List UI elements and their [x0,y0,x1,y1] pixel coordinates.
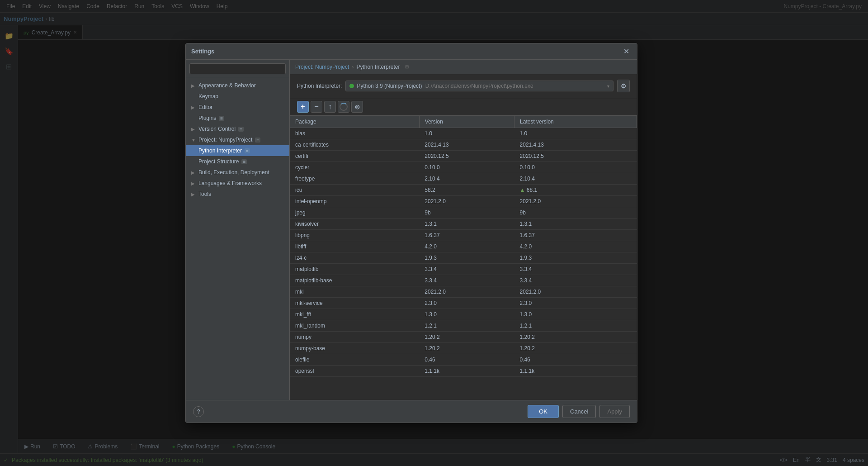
table-row[interactable]: kiwisolver1.3.11.3.1 [290,219,637,230]
help-button[interactable]: ? [193,406,204,417]
package-name-cell: matplotlib [290,264,419,275]
package-latest-cell: 1.3.1 [514,219,637,230]
tree-item-project-structure[interactable]: Project Structure ≡ [186,156,289,167]
ok-button[interactable]: OK [528,405,559,418]
package-version-cell: 1.0 [419,128,514,139]
package-version-cell: 1.6.37 [419,230,514,241]
tree-item-project[interactable]: ▼ Project: NumpyProject ≡ [186,134,289,145]
package-version-cell: 0.10.0 [419,162,514,173]
tree-item-languages[interactable]: ▶ Languages & Frameworks [186,178,289,189]
table-row[interactable]: mkl2021.2.02021.2.0 [290,286,637,298]
tree-label-tools: Tools [198,191,211,197]
package-name-cell: mkl-service [290,298,419,309]
cancel-button[interactable]: Cancel [562,405,596,418]
table-row[interactable]: numpy1.20.21.20.2 [290,332,637,343]
show-paths-button[interactable]: ◎ [351,101,363,113]
col-header-version[interactable]: Version [419,116,514,128]
package-table: Package Version Latest version blas1.01.… [290,116,637,377]
package-latest-cell: 1.6.37 [514,230,637,241]
tree-label-appearance: Appearance & Behavior [198,82,256,89]
loading-spinner [340,103,348,111]
package-version-cell: 4.2.0 [419,241,514,252]
table-row[interactable]: mkl_random1.2.11.2.1 [290,320,637,332]
table-row[interactable]: intel-openmp2021.2.02021.2.0 [290,196,637,207]
package-name-cell: libtiff [290,241,419,252]
col-header-latest[interactable]: Latest version [514,116,637,128]
package-name-cell: jpeg [290,207,419,219]
table-row[interactable]: mkl-service2.3.02.3.0 [290,298,637,309]
table-row[interactable]: openssl1.1.1k1.1.1k [290,366,637,377]
package-name-cell: intel-openmp [290,196,419,207]
package-name-cell: lz4-c [290,252,419,264]
gear-icon: ⚙ [621,82,627,90]
package-table-container: Package Version Latest version blas1.01.… [290,116,637,400]
package-latest-cell: 2021.2.0 [514,286,637,298]
dialog-title-bar: Settings ✕ [186,43,637,60]
interpreter-select[interactable]: Python 3.9 (NumpyProject) D:\Anaconda\en… [345,81,613,91]
tree-item-python-interpreter[interactable]: Python Interpreter ≡ [186,145,289,156]
table-row[interactable]: mkl_fft1.3.01.3.0 [290,309,637,320]
dialog-body: ▶ Appearance & Behavior Keymap ▶ Editor [186,60,637,400]
interpreter-settings-button[interactable]: ⚙ [617,80,630,92]
package-latest-cell: 1.9.3 [514,252,637,264]
package-name-cell: kiwisolver [290,219,419,230]
table-row[interactable]: matplotlib3.3.43.3.4 [290,264,637,275]
package-latest-cell: 2020.12.5 [514,151,637,162]
package-latest-cell: 1.0 [514,128,637,139]
table-row[interactable]: libtiff4.2.04.2.0 [290,241,637,252]
upgrade-package-button[interactable]: ↑ [324,101,336,113]
tree-item-plugins[interactable]: Plugins ≡ [186,113,289,124]
tree-item-tools[interactable]: ▶ Tools [186,189,289,200]
package-latest-cell: 2021.2.0 [514,196,637,207]
package-version-cell: 1.9.3 [419,252,514,264]
select-dropdown-arrow-icon: ▾ [607,84,609,89]
python-status-dot [349,84,354,88]
tree-label-python-interpreter: Python Interpreter [198,147,242,154]
package-version-cell: 1.3.0 [419,309,514,320]
table-row[interactable]: libpng1.6.371.6.37 [290,230,637,241]
package-latest-cell: ▲ 68.1 [514,185,637,196]
tree-item-appearance[interactable]: ▶ Appearance & Behavior [186,80,289,91]
tree-item-build[interactable]: ▶ Build, Execution, Deployment [186,167,289,178]
package-latest-cell: 2021.4.13 [514,139,637,151]
apply-button[interactable]: Apply [599,405,630,418]
breadcrumb: Project: NumpyProject › Python Interpret… [290,60,637,74]
table-row[interactable]: lz4-c1.9.31.9.3 [290,252,637,264]
table-row[interactable]: cycler0.10.00.10.0 [290,162,637,173]
table-row[interactable]: numpy-base1.20.21.20.2 [290,343,637,354]
dialog-close-button[interactable]: ✕ [621,46,632,57]
package-name-cell: mkl_random [290,320,419,332]
package-version-cell: 1.2.1 [419,320,514,332]
table-row[interactable]: olefile0.460.46 [290,354,637,366]
package-name-cell: numpy-base [290,343,419,354]
add-package-button[interactable]: + [297,101,309,113]
breadcrumb-parent[interactable]: Project: NumpyProject [295,64,349,70]
tree-label-keymap: Keymap [198,93,218,100]
col-header-package[interactable]: Package [290,116,419,128]
package-latest-cell: 4.2.0 [514,241,637,252]
package-latest-cell: 1.20.2 [514,343,637,354]
table-row[interactable]: blas1.01.0 [290,128,637,139]
tree-item-vcs[interactable]: ▶ Version Control ≡ [186,124,289,134]
tree-label-project: Project: NumpyProject [198,137,252,143]
table-row[interactable]: ca-certificates2021.4.132021.4.13 [290,139,637,151]
package-table-body: blas1.01.0ca-certificates2021.4.132021.4… [290,128,637,377]
refresh-packages-button[interactable] [338,101,349,113]
settings-search-input[interactable] [189,63,286,74]
package-toolbar: + − ↑ ◎ [290,98,637,116]
package-version-cell: 1.20.2 [419,332,514,343]
table-row[interactable]: jpeg9b9b [290,207,637,219]
package-version-cell: 1.20.2 [419,343,514,354]
table-row[interactable]: freetype2.10.42.10.4 [290,173,637,185]
table-row[interactable]: matplotlib-base3.3.43.3.4 [290,275,637,286]
tree-item-keymap[interactable]: Keymap [186,91,289,102]
table-row[interactable]: icu58.2▲ 68.1 [290,185,637,196]
table-row[interactable]: certifi2020.12.52020.12.5 [290,151,637,162]
tree-item-editor[interactable]: ▶ Editor [186,102,289,113]
package-version-cell: 3.3.4 [419,264,514,275]
remove-package-button[interactable]: − [311,101,322,113]
package-version-cell: 9b [419,207,514,219]
package-name-cell: cycler [290,162,419,173]
tree-label-project-structure: Project Structure [198,158,239,165]
search-box [186,60,289,78]
